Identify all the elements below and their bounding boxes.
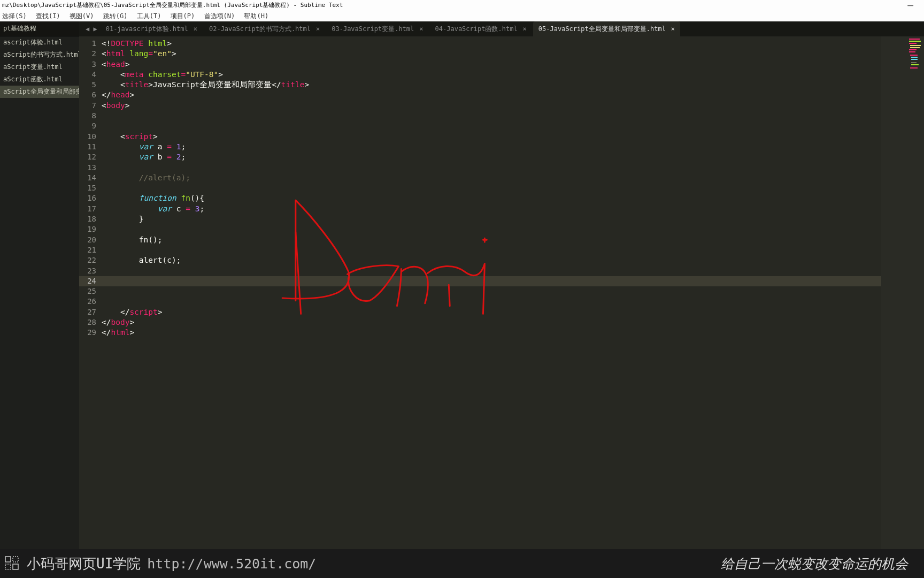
- editor-area: ◀ ▶ 01-javascript体验.html×02-JavaScript的书…: [79, 21, 924, 549]
- editor-tab[interactable]: 04-JavaScript函数.html×: [430, 21, 532, 36]
- footer-logo-icon: [4, 556, 20, 572]
- tab-label: 04-JavaScript函数.html: [435, 25, 518, 34]
- tab-bar: ◀ ▶ 01-javascript体验.html×02-JavaScript的书…: [79, 21, 924, 36]
- tab-label: 01-javascript体验.html: [106, 25, 188, 34]
- svg-rect-7: [910, 55, 918, 56]
- line-gutter: 1234567891011121314151617181920212223242…: [79, 36, 102, 549]
- sidebar-file-item[interactable]: aScript的书写方式.html: [0, 49, 79, 61]
- tab-label: 03-JavaScript变量.html: [332, 25, 414, 34]
- sidebar-file-item[interactable]: aScript变量.html: [0, 61, 79, 73]
- svg-rect-12: [910, 67, 918, 69]
- menu-item[interactable]: 查找(I): [36, 12, 60, 20]
- svg-rect-0: [909, 39, 920, 40]
- close-icon[interactable]: ×: [194, 25, 197, 33]
- minimap[interactable]: [881, 36, 924, 549]
- menu-item[interactable]: 首选项(N): [204, 12, 235, 20]
- tab-label: 02-JavaScript的书写方式.html: [209, 25, 311, 34]
- footer-url: http://www.520it.com/: [147, 556, 316, 572]
- svg-rect-6: [909, 51, 915, 52]
- menu-item[interactable]: 跳转(G): [103, 12, 128, 20]
- footer-slogan: 给自己一次蜕变改变命运的机会: [721, 555, 908, 573]
- menu-item[interactable]: 工具(T): [137, 12, 161, 20]
- tab-label: 05-JavaScript全局变量和局部变量.html: [538, 25, 666, 34]
- tab-nav-arrows[interactable]: ◀ ▶: [82, 25, 101, 33]
- svg-rect-11: [911, 64, 919, 65]
- window-title-bar: mz\Desktop\JavaScript基础教程\05-JavaScript全…: [0, 0, 924, 11]
- close-icon[interactable]: ×: [419, 25, 423, 33]
- editor-tab[interactable]: 03-JavaScript变量.html×: [326, 21, 428, 36]
- footer-brand: 小码哥网页UI学院 http://www.520it.com/: [4, 554, 316, 573]
- editor-tab[interactable]: 02-JavaScript的书写方式.html×: [204, 21, 325, 36]
- window-minimize-icon[interactable]: —: [907, 0, 924, 11]
- svg-rect-2: [909, 43, 917, 44]
- editor-tab[interactable]: 01-javascript体验.html×: [101, 21, 203, 36]
- svg-rect-5: [909, 49, 917, 50]
- svg-rect-10: [911, 62, 917, 63]
- menu-item[interactable]: 项目(P): [171, 12, 195, 20]
- close-icon[interactable]: ×: [671, 25, 675, 33]
- sidebar-file-item[interactable]: aScript函数.html: [0, 73, 79, 86]
- svg-rect-4: [910, 47, 920, 48]
- svg-rect-16: [13, 564, 18, 569]
- menu-bar: 选择(S) 查找(I) 视图(V) 跳转(G) 工具(T) 项目(P) 首选项(…: [0, 11, 924, 21]
- svg-rect-3: [910, 45, 921, 46]
- sidebar-file-item[interactable]: ascript体验.html: [0, 36, 79, 49]
- footer-brand-text: 小码哥网页UI学院: [27, 554, 141, 573]
- footer: 小码哥网页UI学院 http://www.520it.com/ 给自己一次蜕变改…: [0, 549, 924, 578]
- main-area: pt基础教程 ascript体验.htmlaScript的书写方式.htmlaS…: [0, 21, 924, 549]
- editor-tab[interactable]: 05-JavaScript全局变量和局部变量.html×: [533, 21, 680, 36]
- svg-rect-15: [5, 564, 11, 569]
- sidebar: pt基础教程 ascript体验.htmlaScript的书写方式.htmlaS…: [0, 21, 79, 549]
- menu-item[interactable]: 帮助(H): [244, 12, 268, 20]
- svg-rect-13: [5, 557, 11, 562]
- sidebar-folder-header[interactable]: pt基础教程: [0, 21, 79, 36]
- code-editor[interactable]: 1234567891011121314151617181920212223242…: [79, 36, 924, 549]
- close-icon[interactable]: ×: [523, 25, 527, 33]
- menu-item[interactable]: 选择(S): [2, 12, 27, 20]
- window-title: mz\Desktop\JavaScript基础教程\05-JavaScript全…: [2, 0, 343, 11]
- code-content[interactable]: <!DOCTYPE html><html lang="en"><head> <m…: [102, 36, 881, 549]
- svg-rect-9: [911, 59, 918, 60]
- svg-rect-14: [13, 557, 18, 562]
- close-icon[interactable]: ×: [316, 25, 320, 33]
- svg-rect-1: [909, 41, 921, 42]
- sidebar-file-item[interactable]: aScript全局变量和局部变量.html: [0, 86, 79, 98]
- svg-rect-8: [911, 57, 918, 58]
- menu-item[interactable]: 视图(V): [70, 12, 94, 20]
